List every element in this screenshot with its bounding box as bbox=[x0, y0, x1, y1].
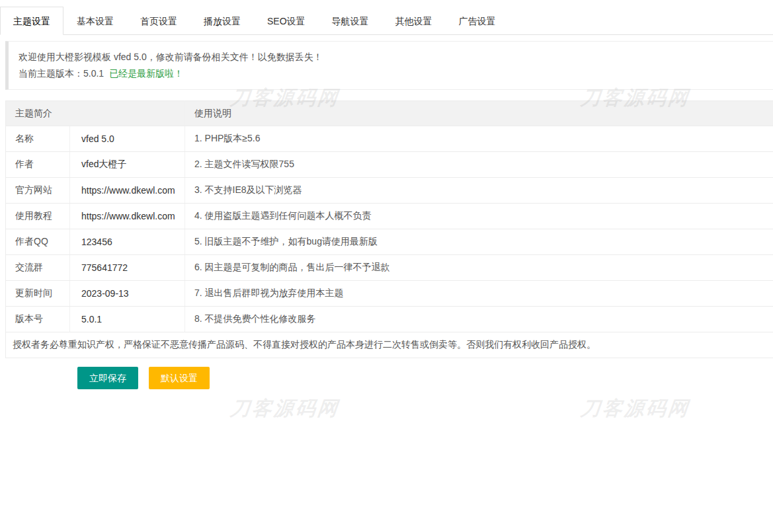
row-value: 5.0.1 bbox=[70, 307, 185, 332]
tab-seo-settings[interactable]: SEO设置 bbox=[254, 7, 319, 35]
row-label: 官方网站 bbox=[6, 178, 70, 204]
tab-ad-settings[interactable]: 广告设置 bbox=[446, 7, 509, 35]
notice-line-1: 欢迎使用大橙影视模板 vfed 5.0，修改前请备份相关文件！以免数据丢失！ bbox=[19, 49, 763, 65]
theme-version-label: 当前主题版本：5.0.1 bbox=[19, 68, 104, 79]
row-label: 使用教程 bbox=[6, 204, 70, 229]
row-note: 4. 使用盗版主题遇到任何问题本人概不负责 bbox=[185, 204, 773, 229]
row-value: 123456 bbox=[70, 229, 185, 255]
table-row: 使用教程 https://www.dkewl.com 4. 使用盗版主题遇到任何… bbox=[6, 204, 773, 229]
table-row: 作者QQ 123456 5. 旧版主题不予维护，如有bug请使用最新版 bbox=[6, 229, 773, 255]
row-value: vfed 5.0 bbox=[70, 126, 185, 152]
version-status-text: 已经是最新版啦！ bbox=[109, 68, 183, 79]
row-value: https://www.dkewl.com bbox=[70, 204, 185, 229]
row-label: 作者QQ bbox=[6, 229, 70, 255]
table-row: 交流群 775641772 6. 因主题是可复制的商品，售出后一律不予退款 bbox=[6, 255, 773, 281]
column-header-intro: 主题简介 bbox=[6, 101, 185, 126]
row-label: 作者 bbox=[6, 152, 70, 178]
row-value: https://www.dkewl.com bbox=[70, 178, 185, 204]
tab-theme-settings[interactable]: 主题设置 bbox=[0, 7, 63, 35]
tab-play-settings[interactable]: 播放设置 bbox=[190, 7, 254, 35]
row-note: 8. 不提供免费个性化修改服务 bbox=[185, 307, 773, 332]
row-value: vfed大橙子 bbox=[70, 152, 185, 178]
column-header-instructions: 使用说明 bbox=[185, 101, 773, 126]
action-buttons: 立即保存 默认设置 bbox=[77, 367, 773, 389]
row-note: 1. PHP版本≥5.6 bbox=[185, 126, 773, 152]
site-watermark: 刀客源码网 bbox=[579, 395, 691, 422]
default-settings-button[interactable]: 默认设置 bbox=[149, 367, 210, 389]
row-note: 7. 退出售后群即视为放弃使用本主题 bbox=[185, 281, 773, 307]
row-note: 3. 不支持IE8及以下浏览器 bbox=[185, 178, 773, 204]
theme-info-table: 主题简介 使用说明 名称 vfed 5.0 1. PHP版本≥5.6 作者 vf… bbox=[5, 100, 773, 358]
license-notice-text: 授权者务必尊重知识产权，严格保证不恶意传播产品源码、不得直接对授权的产品本身进行… bbox=[6, 332, 773, 358]
tab-other-settings[interactable]: 其他设置 bbox=[382, 7, 446, 35]
welcome-notice: 欢迎使用大橙影视模板 vfed 5.0，修改前请备份相关文件！以免数据丢失！ 当… bbox=[5, 41, 773, 90]
table-row: 版本号 5.0.1 8. 不提供免费个性化修改服务 bbox=[6, 307, 773, 332]
table-row: 名称 vfed 5.0 1. PHP版本≥5.6 bbox=[6, 126, 773, 152]
row-label: 名称 bbox=[6, 126, 70, 152]
table-row: 更新时间 2023-09-13 7. 退出售后群即视为放弃使用本主题 bbox=[6, 281, 773, 307]
row-note: 2. 主题文件读写权限755 bbox=[185, 152, 773, 178]
row-value: 2023-09-13 bbox=[70, 281, 185, 307]
tab-nav-settings[interactable]: 导航设置 bbox=[319, 7, 382, 35]
table-header-row: 主题简介 使用说明 bbox=[6, 101, 773, 126]
tab-basic-settings[interactable]: 基本设置 bbox=[63, 7, 127, 35]
settings-tab-bar: 主题设置 基本设置 首页设置 播放设置 SEO设置 导航设置 其他设置 广告设置 bbox=[0, 0, 773, 35]
site-watermark: 刀客源码网 bbox=[229, 395, 341, 422]
row-label: 版本号 bbox=[6, 307, 70, 332]
row-value: 775641772 bbox=[70, 255, 185, 281]
tab-home-settings[interactable]: 首页设置 bbox=[127, 7, 190, 35]
save-button[interactable]: 立即保存 bbox=[77, 367, 138, 389]
license-notice-row: 授权者务必尊重知识产权，严格保证不恶意传播产品源码、不得直接对授权的产品本身进行… bbox=[6, 332, 773, 358]
row-note: 6. 因主题是可复制的商品，售出后一律不予退款 bbox=[185, 255, 773, 281]
table-row: 官方网站 https://www.dkewl.com 3. 不支持IE8及以下浏… bbox=[6, 178, 773, 204]
row-note: 5. 旧版主题不予维护，如有bug请使用最新版 bbox=[185, 229, 773, 255]
table-row: 作者 vfed大橙子 2. 主题文件读写权限755 bbox=[6, 152, 773, 178]
notice-line-2: 当前主题版本：5.0.1已经是最新版啦！ bbox=[19, 65, 763, 82]
row-label: 交流群 bbox=[6, 255, 70, 281]
row-label: 更新时间 bbox=[6, 281, 70, 307]
